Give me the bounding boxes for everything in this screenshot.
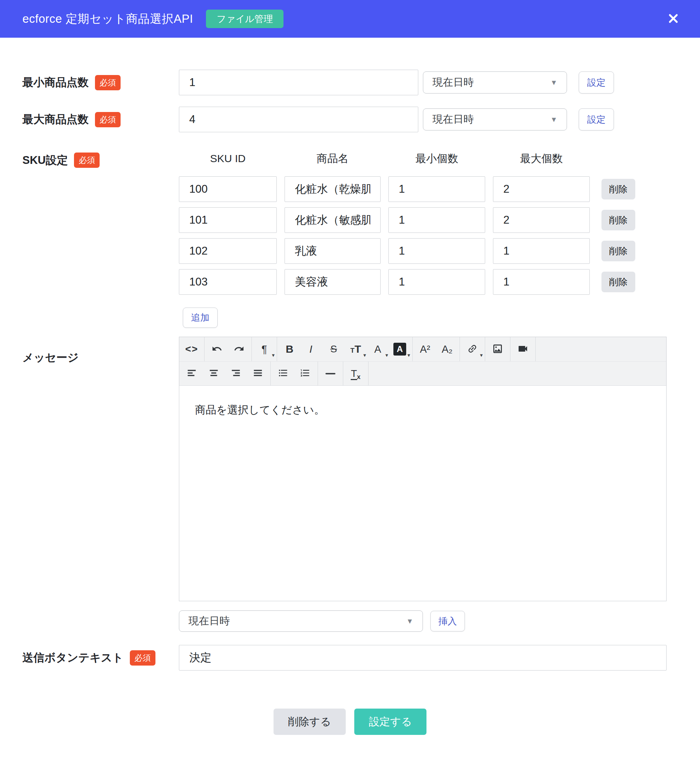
sku-row: 削除 (179, 207, 635, 233)
min-qty-input[interactable] (388, 207, 485, 233)
product-name-input[interactable] (284, 207, 381, 233)
bold-icon: B (286, 343, 294, 355)
italic-icon: I (309, 343, 314, 355)
max-qty-input[interactable] (493, 207, 590, 233)
align-center-icon (208, 368, 219, 379)
highlight-color-button[interactable]: A▾ (389, 337, 411, 361)
redo-icon (234, 343, 244, 355)
close-button[interactable] (666, 11, 680, 27)
max-qty-input[interactable] (493, 176, 590, 202)
undo-button[interactable] (206, 337, 228, 361)
undo-icon (212, 343, 222, 355)
subscript-button[interactable]: A₂ (436, 337, 458, 361)
add-row-button[interactable]: 追加 (183, 307, 218, 328)
chevron-down-icon: ▾ (363, 352, 366, 359)
chevron-down-icon: ▾ (407, 352, 410, 359)
delete-row-button[interactable]: 削除 (602, 210, 635, 230)
max-qty-input[interactable] (493, 238, 590, 264)
min-qty-input[interactable] (388, 238, 485, 264)
redo-button[interactable] (228, 337, 250, 361)
delete-row-button[interactable]: 削除 (602, 271, 635, 292)
clear-format-button[interactable]: Tx (345, 362, 367, 386)
insert-video-button[interactable] (512, 337, 534, 361)
ordered-list-button[interactable] (294, 362, 316, 386)
code-view-icon: <> (185, 343, 198, 355)
col-header-min: 最小個数 (388, 151, 485, 166)
product-name-input[interactable] (284, 238, 381, 264)
file-manage-button[interactable]: ファイル管理 (206, 9, 283, 28)
link-button[interactable]: ▾ (461, 337, 483, 361)
max-items-label: 最大商品点数 (22, 112, 89, 127)
submit-text-row: 送信ボタンテキスト 必須 (0, 645, 700, 671)
product-name-input[interactable] (284, 176, 381, 202)
insert-variable-row: 現在日時 ▼ 挿入 (179, 610, 700, 632)
align-left-button[interactable] (181, 362, 203, 386)
highlight-color-icon: A (394, 343, 406, 356)
align-justify-button[interactable] (247, 362, 269, 386)
editor-toolbar-row-2: Tx (179, 361, 666, 385)
delete-all-button[interactable]: 削除する (273, 708, 346, 735)
message-editor-content[interactable]: 商品を選択してください。 (179, 385, 666, 601)
ordered-list-icon (300, 368, 311, 379)
sku-row: 削除 (179, 176, 635, 202)
required-badge: 必須 (95, 112, 120, 127)
min-qty-input[interactable] (388, 269, 485, 295)
chevron-down-icon: ▾ (272, 352, 275, 359)
horizontal-rule-icon (325, 373, 336, 374)
message-label: メッセージ (22, 350, 79, 365)
italic-button[interactable]: I (300, 337, 323, 361)
submit-text-input[interactable] (179, 645, 667, 671)
min-items-row: 最小商品点数 必須 現在日時 ▼ 設定 (0, 70, 700, 95)
delete-row-button[interactable]: 削除 (602, 179, 635, 200)
sku-row: 削除 (179, 238, 635, 264)
min-items-input[interactable] (179, 70, 418, 95)
chevron-down-icon: ▾ (480, 352, 483, 359)
align-justify-icon (253, 368, 263, 379)
superscript-button[interactable]: A² (414, 337, 436, 361)
align-right-icon (230, 368, 241, 379)
min-items-set-button[interactable]: 設定 (579, 72, 614, 94)
align-center-button[interactable] (203, 362, 225, 386)
col-header-name: 商品名 (284, 151, 381, 166)
insert-image-button[interactable] (487, 337, 509, 361)
align-right-button[interactable] (225, 362, 247, 386)
font-size-button[interactable]: TT▾ (345, 337, 367, 361)
close-icon (666, 11, 680, 27)
max-items-row: 最大商品点数 必須 現在日時 ▼ 設定 (0, 107, 700, 132)
page-title: ecforce 定期セット商品選択API (22, 11, 193, 27)
bold-button[interactable]: B (278, 337, 300, 361)
col-header-sku-id: SKU ID (179, 153, 277, 165)
bullet-list-icon (278, 368, 289, 379)
superscript-icon: A² (420, 343, 430, 355)
clear-format-icon: Tx (351, 368, 360, 379)
chevron-down-icon: ▼ (406, 617, 413, 625)
sku-id-input[interactable] (179, 176, 277, 202)
max-qty-input[interactable] (493, 269, 590, 295)
delete-row-button[interactable]: 削除 (602, 241, 635, 261)
required-badge: 必須 (130, 650, 155, 666)
insert-datetime-select[interactable]: 現在日時 ▼ (179, 610, 423, 632)
submit-button[interactable]: 設定する (354, 708, 427, 735)
strikethrough-button[interactable]: S (323, 337, 345, 361)
sku-section: SKU設定 必須 SKU ID 商品名 最小個数 最大個数 削除 (0, 150, 700, 328)
min-items-datetime-select[interactable]: 現在日時 ▼ (423, 72, 567, 94)
bullet-list-button[interactable] (272, 362, 294, 386)
message-section: メッセージ <> ¶▾ B I S TT▾ A▾ (0, 337, 700, 601)
sku-id-input[interactable] (179, 207, 277, 233)
modal-header: ecforce 定期セット商品選択API ファイル管理 (0, 0, 700, 38)
code-view-button[interactable]: <> (181, 337, 203, 361)
product-name-input[interactable] (284, 269, 381, 295)
max-items-datetime-select[interactable]: 現在日時 ▼ (423, 108, 567, 131)
paragraph-style-button[interactable]: ¶▾ (253, 337, 275, 361)
min-qty-input[interactable] (388, 176, 485, 202)
insert-button[interactable]: 挿入 (430, 611, 465, 632)
text-color-button[interactable]: A▾ (367, 337, 389, 361)
select-value: 現在日時 (189, 614, 230, 628)
max-items-set-button[interactable]: 設定 (579, 108, 614, 131)
sku-id-input[interactable] (179, 269, 277, 295)
sku-id-input[interactable] (179, 238, 277, 264)
footer-actions: 削除する 設定する (0, 708, 700, 735)
max-items-input[interactable] (179, 107, 418, 132)
horizontal-rule-button[interactable] (319, 362, 341, 386)
chevron-down-icon: ▼ (550, 115, 557, 124)
